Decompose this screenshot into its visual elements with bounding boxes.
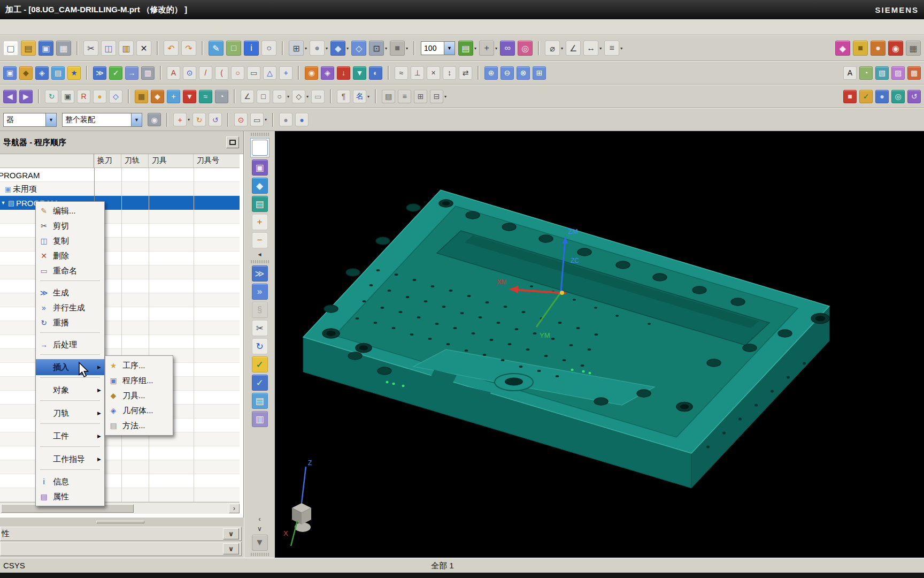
turn-icon[interactable]: ◐▾ — [369, 66, 382, 80]
background-icon[interactable]: ■▾ — [390, 41, 408, 56]
toolbar-icon[interactable]: ▾ — [330, 89, 332, 103]
toolbar-icon[interactable]: ▾ — [166, 113, 168, 127]
selection-scope-combo[interactable]: 整个装配 ▼ — [62, 113, 142, 127]
expand-panel-button[interactable]: ∨ — [223, 543, 239, 554]
ctx-properties[interactable]: ▤ 属性 ▶ — [36, 489, 104, 504]
distance-icon[interactable]: ↔▾ — [583, 41, 602, 56]
cam-wizard-icon[interactable]: ◈▾ — [321, 66, 334, 80]
rect-icon[interactable]: ▭▾ — [247, 66, 260, 80]
polygon-icon[interactable]: △▾ — [263, 66, 276, 80]
check-box-icon[interactable]: ✓▾ — [859, 90, 873, 103]
shaded-sphere-icon[interactable]: ●▾ — [310, 41, 328, 56]
resource-bar-icon[interactable]: ▾ — [251, 553, 269, 556]
create-program-icon[interactable]: ▣▾ — [3, 66, 17, 80]
orient-view-icon[interactable]: ◇▾ — [351, 41, 366, 56]
abc-text-icon[interactable]: A▾ — [167, 66, 180, 80]
move-component-icon[interactable]: +▾ — [167, 90, 180, 103]
edge-icon[interactable]: ∠▾ — [241, 90, 254, 103]
generate-icon[interactable]: ≫▾ — [93, 66, 106, 80]
ctx-workpiece[interactable]: 工件 ▶ — [36, 428, 104, 444]
link-icon[interactable]: ∞▾ — [500, 41, 515, 56]
toolbar-icon[interactable]: ▾ — [160, 66, 161, 80]
r-mark-icon[interactable]: R▾ — [77, 90, 90, 103]
context-menu-item[interactable]: ▶ — [36, 400, 104, 405]
toolbar-icon[interactable]: ▾ — [375, 89, 376, 103]
hexagon-icon[interactable]: ◇▾ — [292, 90, 309, 103]
undo-icon[interactable]: ↶▾ — [164, 41, 179, 56]
toolbar-icon[interactable]: ▾ — [202, 41, 203, 55]
create-operation-icon[interactable]: ★▾ — [67, 66, 81, 80]
column-tool-number[interactable]: 刀具号 — [194, 154, 240, 168]
column-tool[interactable]: 刀具 — [149, 154, 194, 168]
snap-bounds-icon[interactable]: ▭▾ — [250, 113, 267, 126]
toolbar-icon[interactable]: ▾ — [86, 66, 88, 80]
context-menu-item[interactable]: ▶ — [36, 446, 104, 451]
replay-toolpath-icon[interactable]: ↻ ▾ — [252, 338, 268, 354]
toolbar-icon[interactable]: ▾ — [227, 113, 229, 127]
ctx-information[interactable]: i 信息 ▶ — [36, 474, 104, 489]
menu-information[interactable] — [67, 26, 78, 29]
extrude-icon[interactable]: ■▾ — [853, 41, 868, 56]
column-toolpath[interactable]: 刀轨 — [121, 154, 149, 168]
gear-pair-icon[interactable]: ◉▾ — [305, 66, 318, 80]
create-method-icon[interactable]: ▤▾ — [51, 66, 65, 80]
big-a-text-icon[interactable]: A▾ — [843, 66, 857, 80]
toolbar-icon[interactable]: ▾ — [413, 41, 415, 55]
dashed-rect-icon[interactable]: ▭▾ — [311, 90, 325, 103]
graphics-viewport[interactable]: ZM ZC XM YM Z X — [275, 131, 924, 558]
ctx-rename[interactable]: ▭ 重命名 ▶ — [36, 263, 104, 278]
toolbar-icon[interactable]: ▾ — [538, 41, 540, 55]
context-menu-item[interactable]: ▶ — [36, 280, 104, 285]
copy-icon[interactable]: ◫▾ — [101, 41, 116, 56]
collapse-panel-icon[interactable]: ◂ ▾ — [256, 250, 264, 258]
menu-edit[interactable] — [3, 26, 14, 29]
face-icon[interactable]: □▾ — [257, 90, 270, 103]
project-icon[interactable]: ⊥▾ — [411, 66, 424, 80]
toolbar-icon[interactable]: ▾ — [157, 41, 158, 55]
context-menu-item[interactable]: ▶ — [36, 423, 104, 428]
red-cube-icon[interactable]: ■▾ — [843, 90, 857, 103]
extend-icon[interactable]: ↕▾ — [443, 66, 456, 80]
circle-select-icon[interactable]: ○▾ — [273, 90, 289, 103]
parallel-generate-icon[interactable]: » ▾ — [252, 284, 268, 300]
pocket-icon[interactable]: ▧▾ — [875, 66, 889, 80]
submenu-operation[interactable]: ★ 工序... ▶ — [105, 358, 173, 373]
plane-view-icon[interactable]: ◇▾ — [109, 90, 122, 103]
verify-icon[interactable]: ✓▾ — [109, 66, 122, 80]
geometry-view-icon[interactable]: ◆ ▾ — [252, 178, 268, 194]
tree-row-program-root[interactable]: PROGRAM — [0, 168, 240, 182]
float-panel-button[interactable] — [226, 136, 239, 148]
toolbar-icon[interactable]: ▾ — [272, 113, 274, 127]
gauge-icon[interactable]: ◔▾ — [215, 90, 228, 103]
window-layout-icon[interactable]: ⊞▾ — [289, 41, 307, 56]
resource-bar-icon[interactable]: ▾ — [251, 133, 269, 136]
edit-toolpath-icon[interactable]: § ▾ — [252, 302, 268, 318]
rotate-wcs-icon[interactable]: ↻▾ — [192, 113, 206, 126]
arc-icon[interactable]: (▾ — [215, 66, 228, 80]
ctx-insert[interactable]: 插入 ▶ — [36, 359, 104, 375]
sheet-icon[interactable]: ▤▾ — [458, 41, 476, 56]
ctx-toolpath[interactable]: 刀轨 ▶ — [36, 405, 104, 421]
menu-preferences[interactable] — [89, 26, 99, 29]
snapshot-icon[interactable]: ▣▾ — [61, 90, 74, 103]
dropdown-arrow-icon[interactable]: ▼ — [45, 113, 56, 126]
purple-swirl-icon[interactable]: ↺▾ — [907, 90, 921, 103]
toolbar-icon[interactable]: ▾ — [38, 89, 40, 103]
context-menu-item[interactable]: ▶ — [36, 332, 104, 337]
postprocess-icon[interactable]: →▾ — [125, 66, 138, 80]
verify-toolpath-icon[interactable]: ✓ ▾ — [252, 356, 268, 372]
refresh-icon[interactable]: ↻▾ — [45, 90, 58, 103]
hole-icon[interactable]: ◉▾ — [888, 41, 903, 56]
context-menu-item[interactable]: ▶ — [36, 469, 104, 474]
toolpath-list-icon[interactable]: ▤ ▾ — [252, 393, 268, 409]
ctx-cut[interactable]: ✂ 剪切 ▶ — [36, 218, 104, 233]
unite-icon[interactable]: ⊕▾ — [484, 66, 498, 80]
delete-icon[interactable]: ✕▾ — [136, 41, 151, 56]
mill-icon[interactable]: ▼▾ — [353, 66, 366, 80]
show-hide-icon[interactable]: ◉▾ — [148, 113, 161, 126]
trim-icon[interactable]: ×▾ — [427, 66, 440, 80]
drill-cycle-icon[interactable]: ↓▾ — [337, 66, 350, 80]
paste-icon[interactable]: ▥▾ — [119, 41, 134, 56]
tree-caret-icon[interactable]: ▼ — [0, 200, 6, 206]
feature-box-icon[interactable]: ◆▾ — [835, 41, 850, 56]
